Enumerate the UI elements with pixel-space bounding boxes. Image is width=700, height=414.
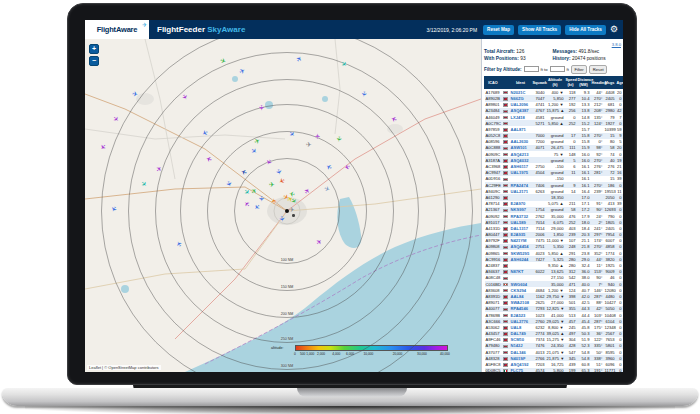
- ident-link[interactable]: SWG604: [511, 282, 528, 287]
- ident-link[interactable]: NKS997: [511, 207, 526, 212]
- ident-link[interactable]: N421YM: [511, 238, 527, 243]
- reset-map-button[interactable]: Reset Map: [483, 25, 514, 35]
- ident-link[interactable]: N142J: [511, 343, 523, 348]
- ident-link[interactable]: DAL346: [511, 350, 526, 355]
- ident-link[interactable]: ASQ4454: [511, 244, 529, 249]
- aircraft-icon[interactable]: ✈: [335, 135, 343, 142]
- aircraft-table-header[interactable]: ICAOIdentSquawkAltitude (ft)Speed (kt)Di…: [485, 77, 623, 89]
- aircraft-row[interactable]: A8391DAAL84116229,750 ▼39842.0287°44800: [485, 293, 623, 299]
- aircraft-icon[interactable]: ✈: [306, 141, 312, 148]
- ident-link[interactable]: RPA3732: [511, 214, 528, 219]
- aircraft-row[interactable]: A91017UAL58970146,07525218.02°18050: [485, 219, 623, 225]
- column-header[interactable]: Msgs: [604, 77, 616, 89]
- aircraft-row[interactable]: A40077RPA4546729312,825 ▼35544.342°50500: [485, 306, 623, 312]
- aircraft-row[interactable]: A94637N87KT602213,62531236.0153°90090: [485, 269, 623, 275]
- ident-link[interactable]: FLC75: [511, 368, 524, 372]
- column-header[interactable]: Ident: [510, 77, 532, 89]
- ident-link[interactable]: N2021C: [511, 90, 526, 95]
- aircraft-icon[interactable]: ✈: [269, 181, 275, 188]
- aircraft-row[interactable]: A08596AAL26307200ground015.80°805: [485, 139, 623, 145]
- ident-link[interactable]: UAL2096: [511, 102, 529, 107]
- aircraft-row[interactable]: A9FC46SCM10737415,275 ▼30451.9122°76530: [485, 337, 623, 343]
- aircraft-row[interactable]: A89801UAL209647411,200 ▼19213.3212°6810: [485, 102, 623, 108]
- aircraft-row[interactable]: A80447EJA93520061,85023920.3297°79540: [485, 232, 623, 238]
- aircraft-row[interactable]: A5F8C8ASQ4192720316,72543960.851°60960: [485, 361, 623, 367]
- altitude-min-input[interactable]: [524, 66, 539, 72]
- radar-map[interactable]: + − altitude: 05001,0002,0004,0006,00010…: [85, 39, 481, 372]
- ident-link[interactable]: AAL84: [511, 294, 524, 299]
- altitude-max-input[interactable]: [550, 66, 565, 72]
- aircraft-icon[interactable]: ✈: [270, 197, 278, 204]
- ident-link[interactable]: ASQ4192: [511, 362, 529, 367]
- hide-all-tracks-button[interactable]: Hide All Tracks: [565, 25, 606, 35]
- column-header[interactable]: ICAO: [485, 77, 502, 89]
- aircraft-row[interactable]: A17689N2021C3040400 ▼1189.344°440820: [485, 89, 623, 96]
- aircraft-row[interactable]: A9409CUAL21716263ground1416.4239°1955311: [485, 188, 623, 194]
- aircraft-row[interactable]: A48328N401SF276621,875 ▼34554.8338°39600: [485, 355, 623, 361]
- aircraft-row[interactable]: C016BDSWG60435,00047140.07°9400: [485, 281, 623, 287]
- column-header[interactable]: Age: [616, 77, 623, 89]
- aircraft-row[interactable]: AC29FERPA24747406ground916.1270°1860: [485, 182, 623, 188]
- ident-link[interactable]: CKS294: [511, 288, 526, 293]
- aircraft-icon[interactable]: ✈: [258, 105, 265, 111]
- aircraft-row[interactable]: A08C4827,15054238.090°460: [485, 275, 623, 281]
- version-link[interactable]: 3.8.0: [612, 42, 621, 47]
- ident-link[interactable]: SWA2108: [511, 300, 529, 305]
- aircraft-row[interactable]: A53062UAL862328,800 ▼24545.8175°1234880: [485, 324, 623, 330]
- aircraft-row[interactable]: A37077DAL346401321,075 ▼54754.850°85950: [485, 349, 623, 355]
- aircraft-row[interactable]: A23484ASQ4387476715,875 ▲25613.8208°2980…: [485, 108, 623, 114]
- aircraft-row[interactable]: A9792FN421YM747511,000 ▼10721.1174°60070: [485, 238, 623, 244]
- aircraft-row[interactable]: A89071SWA2108262527,00050142.588°104270: [485, 300, 623, 306]
- settings-gear-icon[interactable]: ⚙: [610, 25, 618, 34]
- aircraft-row[interactable]: A052C87000ground1715.8270°159: [485, 133, 623, 139]
- ident-link[interactable]: UAL1975: [511, 170, 529, 175]
- ident-link[interactable]: ASW101: [511, 145, 527, 150]
- aircraft-row[interactable]: A7869BEJA523102341,00051344.4103°104080: [485, 312, 623, 318]
- aircraft-row[interactable]: AC9916ASH624474275,32528029.044°38200: [485, 256, 623, 262]
- aircraft-row[interactable]: A09092RPA3732276235,00047617.924°7900: [485, 213, 623, 219]
- map-zoom-out-button[interactable]: −: [89, 56, 99, 66]
- ident-link[interactable]: EJA935: [511, 232, 526, 237]
- aircraft-icon[interactable]: ✈: [131, 90, 138, 98]
- ident-link[interactable]: UAL2171: [511, 189, 529, 194]
- ident-link[interactable]: RPA2474: [511, 183, 528, 188]
- aircraft-row[interactable]: A46049LXJ4184581ground014.8135°797: [485, 114, 623, 120]
- show-all-tracks-button[interactable]: Show All Tracks: [518, 25, 561, 35]
- aircraft-row[interactable]: A0C888ASW101407126,47511115.998°5820: [485, 145, 623, 151]
- ident-link[interactable]: N401SF: [511, 356, 526, 361]
- aircraft-row[interactable]: 0D08C5FLC7545745,80019965.3191°117710: [485, 368, 623, 372]
- ident-link[interactable]: ASQ4387: [511, 108, 529, 113]
- ident-link[interactable]: N66ZG: [511, 96, 524, 101]
- aircraft-row[interactable]: A21367NKS9971754ground5817.290°126930: [485, 207, 623, 213]
- aircraft-row[interactable]: A43457DAL749277439,025 ▲49750.336°25670: [485, 331, 623, 337]
- ident-link[interactable]: DAL1317: [511, 226, 529, 231]
- aircraft-row[interactable]: A3187AASQ4032ground516.0270°4019: [485, 157, 623, 163]
- ident-link[interactable]: EJA523: [511, 313, 526, 318]
- flightaware-logo[interactable]: FlightAware ✈: [85, 20, 149, 39]
- ident-link[interactable]: ASQ4032: [511, 158, 529, 163]
- ident-link[interactable]: ASQ4213: [511, 152, 529, 157]
- aircraft-row[interactable]: AC9947UAL19754504ground1116.1281°7216: [485, 170, 623, 176]
- column-header[interactable]: Speed (kt): [565, 77, 577, 89]
- ident-link[interactable]: UAL589: [511, 220, 526, 225]
- ident-link[interactable]: UAL8: [511, 325, 522, 330]
- column-header[interactable]: Distance (NM): [577, 77, 591, 89]
- ident-link[interactable]: EJA970: [511, 201, 526, 206]
- ident-link[interactable]: SCM10: [511, 337, 525, 342]
- ident-link[interactable]: ASH6244: [511, 257, 529, 262]
- aircraft-row[interactable]: A78714EJA9705,075 ▲21117.191°41339: [485, 201, 623, 207]
- aircraft-row[interactable]: A3C666UAL2776276029,025 ▼45745.4287°6104…: [485, 318, 623, 324]
- aircraft-icon[interactable]: ✈: [278, 215, 286, 222]
- aircraft-row[interactable]: A0C79C52715,850 ▲25215.2124°19270: [485, 120, 623, 126]
- ident-link[interactable]: N87KT: [511, 269, 524, 274]
- aircraft-row[interactable]: A83608CKS29446841,200 ▼12440.7146°120800: [485, 287, 623, 293]
- column-header[interactable]: Squawk: [532, 77, 546, 89]
- aircraft-row[interactable]: A8902BN66ZG70475,85027710.4270°24050: [485, 95, 623, 101]
- aircraft-row[interactable]: A09865SKW529540235,850 ▲29123.8352°17740: [485, 250, 623, 256]
- ident-link[interactable]: ASH6117: [511, 164, 529, 169]
- ident-link[interactable]: DAL749: [511, 331, 526, 336]
- ident-link[interactable]: AAL2630: [511, 139, 529, 144]
- aircraft-icon[interactable]: ✈: [258, 196, 265, 202]
- ident-link[interactable]: RPA4546: [511, 306, 528, 311]
- aircraft-row[interactable]: A09808ASQ445427515,35024821.8270°48580: [485, 244, 623, 250]
